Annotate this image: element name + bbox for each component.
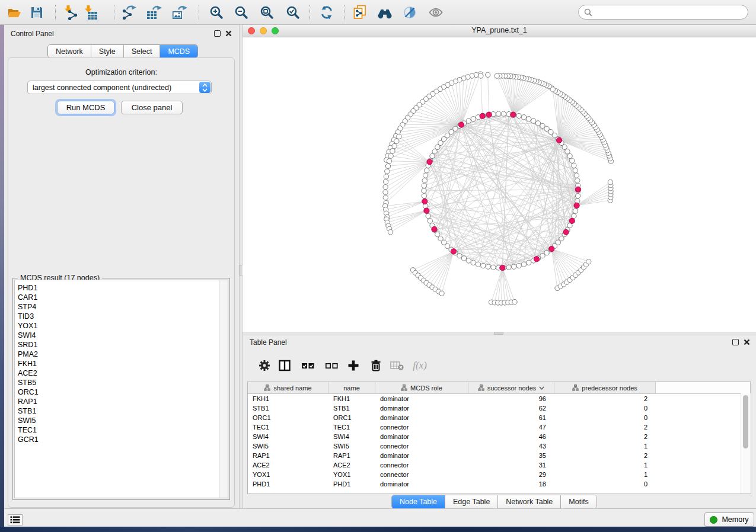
table-cell: SWI5 [248, 443, 328, 450]
scrollbar-thumb[interactable] [743, 395, 748, 448]
import-table-button[interactable] [82, 4, 98, 21]
table-row[interactable]: TEC1TEC1connector472 [248, 422, 751, 432]
table-row[interactable]: RAP1RAP1dominator352 [248, 451, 751, 460]
sort-chevron-icon [539, 386, 544, 390]
mcds-result-item[interactable]: PMA2 [15, 350, 228, 359]
toolbar-separator [55, 5, 56, 20]
function-builder-button[interactable]: f(x) [411, 358, 429, 373]
memory-label: Memory [722, 515, 748, 524]
maximize-window-icon[interactable] [272, 27, 279, 34]
mcds-result-item[interactable]: SRD1 [15, 340, 228, 350]
export-table-button[interactable] [146, 4, 162, 21]
close-panel-button[interactable]: Close panel [121, 101, 183, 114]
refresh-button[interactable] [318, 4, 335, 21]
tab-node-table[interactable]: Node Table [392, 495, 445, 508]
run-mcds-button[interactable]: Run MCDS [57, 101, 114, 114]
export-network-button[interactable] [121, 4, 138, 21]
table-row[interactable]: PHD1PHD1dominator180 [248, 479, 751, 489]
column-header-predecessor-nodes[interactable]: predecessor nodes [554, 382, 656, 393]
mcds-result-item[interactable]: RAP1 [15, 397, 228, 406]
column-type-icon [264, 384, 270, 391]
table-cell: 31 [468, 462, 554, 469]
mcds-result-item[interactable]: STB1 [15, 406, 228, 416]
tab-network[interactable]: Network [48, 45, 91, 57]
mcds-result-item[interactable]: TID3 [15, 312, 228, 321]
table-cell: dominator [375, 414, 468, 421]
add-column-button[interactable] [344, 358, 362, 373]
table-row[interactable]: YOX1YOX1connector291 [248, 470, 751, 479]
network-window-titlebar[interactable]: YPA_prune.txt_1 [243, 25, 756, 37]
mcds-result-item[interactable]: CAR1 [15, 293, 228, 302]
search-network-button[interactable] [377, 4, 393, 21]
mcds-result-item[interactable]: GCR1 [15, 435, 228, 444]
table-cell: dominator [375, 405, 468, 412]
mcds-result-item[interactable]: YOX1 [15, 321, 228, 331]
floppy-disk-icon [29, 5, 44, 20]
table-cell: SWI4 [328, 433, 375, 440]
zoom-out-button[interactable] [233, 4, 250, 21]
show-columns-button[interactable] [276, 358, 294, 373]
column-header-shared-name[interactable]: shared name [248, 382, 328, 393]
select-all-button[interactable] [299, 358, 317, 373]
task-history-button[interactable] [8, 514, 23, 525]
tab-select[interactable]: Select [123, 45, 160, 57]
deselect-all-button[interactable] [323, 358, 341, 373]
hide-details-button[interactable] [428, 4, 444, 21]
open-file-button[interactable] [6, 4, 23, 21]
export-image-button[interactable] [171, 4, 188, 21]
table-cell: connector [375, 424, 468, 431]
table-row[interactable]: STB1STB1dominator620 [248, 403, 751, 413]
delete-table-button[interactable] [388, 358, 406, 373]
table-row[interactable]: SWI4SWI4dominator462 [248, 432, 751, 441]
mcds-result-item[interactable]: SWI4 [15, 331, 228, 340]
close-window-icon[interactable] [248, 27, 255, 34]
table-row[interactable]: FKH1FKH1dominator962 [248, 394, 751, 403]
result-list-scrollbar[interactable] [219, 280, 228, 498]
mcds-result-item[interactable]: ORC1 [15, 387, 228, 397]
network-canvas[interactable] [243, 37, 756, 332]
minimize-window-icon[interactable] [260, 27, 267, 34]
close-panel-icon[interactable] [225, 30, 232, 37]
tab-mcds[interactable]: MCDS [160, 45, 197, 57]
column-header-successor-nodes[interactable]: successor nodes [468, 382, 554, 393]
float-panel-icon[interactable] [214, 30, 221, 37]
close-panel-icon[interactable] [744, 339, 750, 345]
mcds-result-item[interactable]: STP4 [15, 302, 228, 312]
mcds-result-item[interactable]: SWI5 [15, 416, 228, 425]
mcds-result-list[interactable]: PHD1CAR1STP4TID3YOX1SWI4SRD1PMA2FKH1ACE2… [14, 280, 228, 498]
table-row[interactable]: ACE2ACE2connector311 [248, 460, 751, 470]
tab-network-table[interactable]: Network Table [497, 495, 560, 508]
table-scrollbar[interactable] [741, 393, 751, 493]
zoom-selected-button[interactable] [285, 4, 301, 21]
memory-button[interactable]: Memory [704, 512, 754, 527]
tab-motifs[interactable]: Motifs [560, 495, 596, 508]
desktop-edge [0, 527, 756, 532]
mcds-result-item[interactable]: STB5 [15, 378, 228, 387]
column-header-MCDS-role[interactable]: MCDS role [375, 382, 468, 393]
mcds-result-item[interactable]: FKH1 [15, 359, 228, 368]
mcds-result-item[interactable]: ACE2 [15, 368, 228, 378]
tab-edge-table[interactable]: Edge Table [445, 495, 497, 508]
column-header-name[interactable]: name [328, 382, 375, 393]
optimization-select[interactable]: largest connected component (undirected) [27, 81, 212, 94]
search-input[interactable] [595, 8, 748, 17]
mcds-result-item[interactable]: PHD1 [15, 283, 228, 293]
mcds-result-item[interactable]: TEC1 [15, 425, 228, 435]
save-session-button[interactable] [28, 4, 45, 21]
application-window: Control Panel NetworkStyleSelectMCDS Opt… [0, 0, 756, 532]
main-toolbar [0, 0, 756, 25]
tab-style[interactable]: Style [91, 45, 123, 57]
table-cell: connector [375, 462, 468, 469]
table-cell: 46 [468, 433, 554, 440]
delete-column-button[interactable] [367, 358, 385, 373]
table-cell: RAP1 [328, 452, 375, 459]
network-document-button[interactable] [352, 4, 368, 21]
table-row[interactable]: ORC1ORC1dominator610 [248, 413, 751, 422]
import-network-button[interactable] [62, 4, 78, 21]
graphics-details-button[interactable] [401, 4, 418, 21]
zoom-fit-button[interactable] [259, 4, 275, 21]
table-settings-button[interactable] [256, 358, 273, 373]
float-panel-icon[interactable] [732, 339, 739, 345]
zoom-in-button[interactable] [208, 4, 225, 21]
table-row[interactable]: SWI5SWI5connector431 [248, 441, 751, 451]
